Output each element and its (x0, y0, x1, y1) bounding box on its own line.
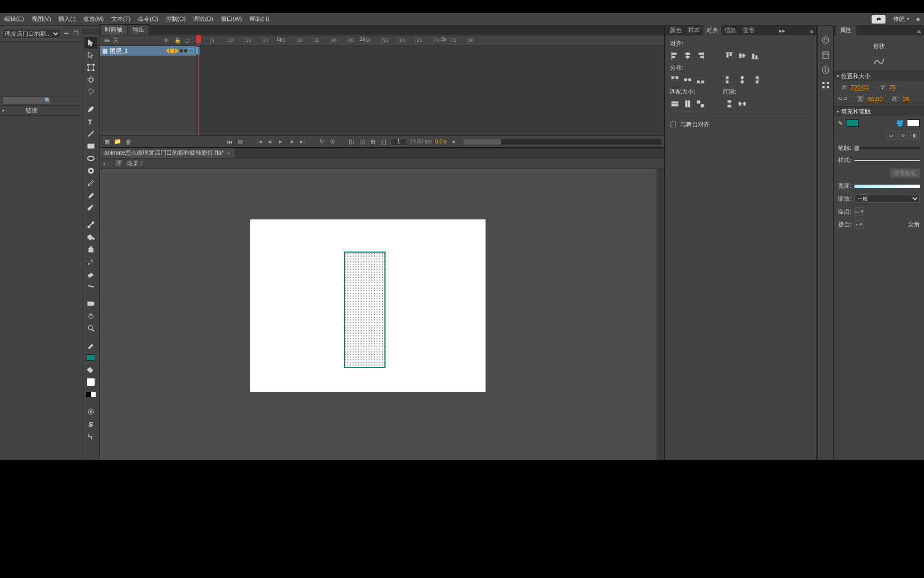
hand-tool[interactable] (84, 310, 97, 322)
loop-icon[interactable]: ↻ (318, 138, 325, 146)
camera-tool[interactable] (84, 298, 97, 309)
stage-align-checkbox[interactable] (670, 121, 676, 127)
dist-bottom-icon[interactable] (696, 75, 705, 85)
link-wh-icon[interactable]: ⊂⊃ (838, 95, 848, 103)
close-tab-icon[interactable]: × (227, 150, 230, 156)
tab-transform[interactable]: 变形 (740, 25, 758, 35)
paint-bucket-tool[interactable] (84, 231, 97, 243)
h-value[interactable]: 26 (903, 96, 910, 102)
bone-tool[interactable] (84, 219, 97, 231)
menu-text[interactable]: 文本(T) (111, 15, 130, 23)
align-collapse-icon[interactable]: ▸▸ (776, 26, 789, 35)
dist-vcenter-icon[interactable] (683, 75, 692, 85)
selection-tool[interactable] (84, 37, 97, 49)
no-color-icon[interactable]: ⊘ (898, 131, 908, 140)
space-vert-icon[interactable] (725, 99, 734, 109)
x-value[interactable]: 220.00 (851, 84, 869, 90)
pen-tool[interactable] (84, 103, 97, 115)
info-panel-icon[interactable]: i (821, 65, 830, 75)
tab-timeline[interactable]: 时间轴 (100, 24, 127, 35)
dist-right-icon[interactable] (750, 75, 760, 85)
stroke-slider[interactable] (854, 147, 920, 149)
manage-brush-button[interactable]: 管理画笔 (890, 169, 920, 178)
tab-info[interactable]: 信息 (721, 25, 740, 35)
visibility-icon[interactable]: 👁 (164, 37, 170, 43)
eyedropper-tool[interactable] (84, 256, 97, 268)
new-panel-icon[interactable]: ❐ (72, 30, 80, 37)
back-icon[interactable]: ⇐ (103, 160, 111, 167)
ink-bottle-tool[interactable] (84, 244, 97, 255)
edit-multiple-icon[interactable]: ⊞ (369, 138, 376, 146)
outline-icon[interactable]: ◻ (185, 37, 191, 43)
onion-outline-icon[interactable]: ◫ (358, 138, 366, 146)
align-right-icon[interactable] (696, 51, 705, 60)
stroke-color-tool[interactable] (84, 339, 97, 351)
new-layer-icon[interactable]: ▦ (103, 138, 111, 146)
align-menu-icon[interactable]: ≡ (807, 27, 817, 35)
polystar-tool[interactable] (84, 165, 97, 177)
match-width-icon[interactable] (670, 99, 680, 109)
dist-hcenter-icon[interactable] (737, 75, 747, 85)
sort-icon[interactable]: ▾ (2, 108, 4, 113)
props-menu-icon[interactable]: ≡ (914, 27, 924, 35)
play-icon[interactable]: ▸ (277, 138, 284, 146)
dist-left-icon[interactable] (725, 75, 734, 85)
align-left-icon[interactable] (670, 51, 680, 60)
new-folder-icon[interactable]: 📁 (114, 138, 121, 146)
menu-insert[interactable]: 插入(I) (58, 15, 75, 23)
menu-debug[interactable]: 调试(D) (193, 15, 213, 23)
text-tool[interactable]: T (84, 116, 97, 127)
next-frame-icon[interactable]: I▸ (288, 138, 295, 146)
scene-name[interactable]: 场景 1 (127, 159, 143, 168)
eraser-tool[interactable] (84, 268, 97, 280)
brush-tool[interactable] (84, 189, 97, 201)
align-top-icon[interactable] (725, 51, 734, 60)
lasso-tool[interactable] (84, 86, 97, 98)
tab-color[interactable]: 颜色 (667, 25, 685, 35)
dist-top-icon[interactable] (670, 75, 680, 85)
timeline-menu-icon[interactable]: ≡▸ (104, 37, 111, 44)
subselect-tool[interactable] (84, 49, 97, 61)
width-profile[interactable] (854, 185, 920, 188)
first-frame-icon[interactable]: I◂ (256, 138, 263, 146)
pencil-tool[interactable] (84, 177, 97, 189)
current-frame-input[interactable] (390, 138, 406, 146)
default-colors-icon[interactable]: ◧ (910, 131, 920, 140)
scale-select[interactable]: 一般 (854, 194, 920, 203)
width-tool[interactable] (84, 280, 97, 292)
tab-align[interactable]: 对齐 (703, 25, 721, 35)
timeline-track[interactable] (196, 46, 664, 56)
col-link[interactable]: 链接 (26, 107, 37, 115)
bw-swap[interactable] (84, 389, 97, 400)
paint-brush-tool[interactable] (84, 202, 97, 214)
tab-swatches[interactable]: 样本 (685, 25, 703, 35)
y-value[interactable]: 75 (889, 84, 896, 90)
library-doc-select[interactable]: 理发店门口的那... (2, 29, 60, 39)
rectangle-shape[interactable] (344, 252, 386, 368)
library-panel-icon[interactable] (821, 50, 830, 60)
menu-help[interactable]: 帮助(H) (249, 15, 269, 23)
space-horz-icon[interactable] (737, 99, 747, 109)
line-tool[interactable] (84, 128, 97, 140)
section-fillstroke[interactable]: 填充和笔触 (834, 107, 924, 116)
menu-commands[interactable]: 命令(C) (138, 15, 158, 23)
join-select[interactable]: ⌐ ▾ (854, 220, 864, 229)
align-panel-icon[interactable] (821, 80, 830, 90)
menu-modify[interactable]: 修改(M) (83, 15, 104, 23)
delete-layer-icon[interactable]: 🗑 (125, 138, 132, 146)
menu-view[interactable]: 视图(V) (32, 15, 51, 23)
align-hcenter-icon[interactable] (683, 51, 692, 60)
library-search-input[interactable] (2, 96, 50, 104)
brush-panel-icon[interactable] (821, 35, 830, 45)
align-vcenter-icon[interactable] (737, 51, 747, 60)
section-position[interactable]: 位置和大小 (834, 71, 924, 81)
fill-color-swatch[interactable] (907, 119, 920, 127)
onion-skin-icon[interactable]: ◫ (348, 138, 355, 146)
tab-properties[interactable]: 属性 (836, 25, 856, 35)
layer-name[interactable]: 图层_1 (110, 47, 128, 55)
rectangle-tool[interactable] (84, 140, 97, 152)
onion-icon[interactable]: ⊙ (328, 138, 336, 146)
layer-row[interactable]: ▦ 图层_1 (100, 46, 196, 56)
stage[interactable] (250, 219, 486, 392)
fill-swatch[interactable] (84, 376, 97, 388)
